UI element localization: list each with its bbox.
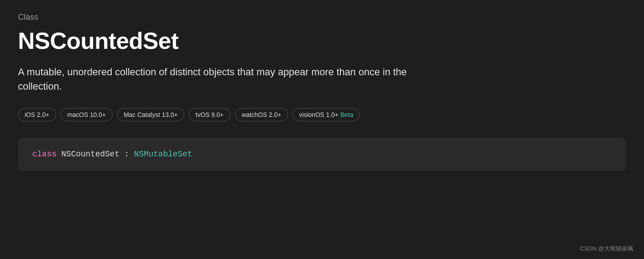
- code-separator: :: [119, 150, 134, 159]
- badge-ios: iOS 2.0+: [18, 108, 56, 121]
- code-keyword: class: [32, 150, 57, 159]
- code-parent: NSMutableSet: [134, 150, 192, 159]
- badge-tvos: tvOS 9.0+: [189, 108, 231, 121]
- description: A mutable, unordered collection of disti…: [18, 65, 422, 94]
- badge-macos: macOS 10.0+: [61, 108, 113, 121]
- badge-watchos: watchOS 2.0+: [235, 108, 288, 121]
- watermark: CSDN @大熊猫侯佩: [580, 245, 633, 253]
- page-title: NSCountedSet: [18, 27, 626, 54]
- code-block: class NSCountedSet : NSMutableSet: [18, 138, 626, 171]
- code-classname: NSCountedSet: [57, 150, 119, 159]
- class-label: Class: [18, 13, 626, 22]
- badge-mac-catalyst: Mac Catalyst 13.0+: [117, 108, 184, 121]
- badge-visionos: visionOS 1.0+Beta: [292, 108, 360, 121]
- badges-row: iOS 2.0+macOS 10.0+Mac Catalyst 13.0+tvO…: [18, 108, 626, 121]
